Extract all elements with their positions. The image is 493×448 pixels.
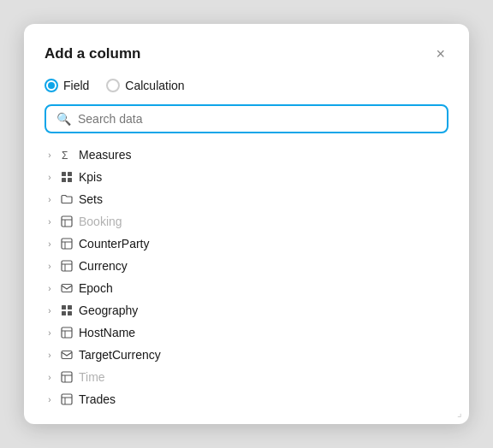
chevron-icon: › — [45, 239, 55, 249]
svg-rect-26 — [62, 394, 72, 404]
svg-rect-19 — [62, 327, 72, 338]
tree-item-kpis[interactable]: ›Kpis — [45, 166, 448, 188]
item-label-booking: Booking — [79, 215, 122, 228]
table-icon — [60, 215, 74, 228]
calculation-radio[interactable] — [106, 79, 120, 92]
item-label-time: Time — [79, 370, 105, 384]
chevron-icon: › — [45, 328, 55, 338]
chevron-icon: › — [45, 284, 55, 293]
tree-item-epoch[interactable]: ›Epoch — [45, 277, 448, 299]
chevron-icon: › — [45, 217, 55, 227]
sigma-icon: Σ — [60, 148, 74, 162]
chevron-icon: › — [45, 262, 55, 271]
chevron-icon: › — [45, 306, 55, 315]
dialog-title: Add a column — [45, 45, 140, 62]
svg-rect-22 — [62, 351, 72, 359]
item-label-currency: Currency — [79, 259, 128, 273]
search-icon: 🔍 — [56, 112, 71, 126]
calculation-label: Calculation — [125, 79, 184, 92]
svg-rect-5 — [62, 216, 72, 227]
tree-item-geography[interactable]: ›Geography — [45, 299, 448, 321]
chevron-icon: › — [45, 173, 55, 182]
svg-rect-14 — [62, 285, 72, 292]
chevron-icon: › — [45, 373, 55, 382]
item-label-epoch: Epoch — [79, 281, 113, 295]
svg-text:Σ: Σ — [62, 150, 68, 161]
svg-rect-11 — [62, 261, 72, 271]
field-radio-label[interactable]: Field — [45, 79, 89, 92]
tree-item-measures[interactable]: ›ΣMeasures — [45, 144, 448, 166]
chevron-icon: › — [45, 150, 55, 160]
grid-icon — [60, 304, 74, 317]
tree-item-sets[interactable]: ›Sets — [45, 188, 448, 210]
radio-group: Field Calculation — [45, 79, 448, 92]
dialog-header: Add a column × — [45, 44, 448, 63]
svg-rect-18 — [68, 311, 72, 315]
svg-rect-2 — [68, 172, 72, 176]
chevron-icon: › — [45, 395, 55, 404]
item-label-sets: Sets — [79, 192, 103, 206]
close-button[interactable]: × — [432, 44, 448, 63]
svg-rect-4 — [68, 178, 72, 182]
svg-rect-8 — [62, 239, 72, 249]
table-icon — [60, 392, 74, 406]
grid-icon — [60, 170, 74, 184]
item-label-measures: Measures — [79, 148, 131, 162]
svg-rect-1 — [62, 172, 66, 176]
envelope-icon — [60, 281, 74, 295]
table-icon — [60, 259, 74, 273]
item-label-kpis: Kpis — [79, 170, 102, 184]
item-label-trades: Trades — [79, 392, 116, 406]
svg-rect-16 — [68, 305, 72, 309]
add-column-dialog: Add a column × Field Calculation 🔍 ›ΣMea… — [24, 24, 469, 424]
svg-rect-23 — [62, 372, 72, 382]
tree-item-time[interactable]: ›Time — [45, 366, 448, 388]
search-box: 🔍 — [45, 104, 448, 133]
tree-item-counterparty[interactable]: ›CounterParty — [45, 233, 448, 255]
field-radio[interactable] — [45, 79, 58, 92]
chevron-icon: › — [45, 351, 55, 360]
tree-item-trades[interactable]: ›Trades — [45, 388, 448, 410]
envelope-icon — [60, 348, 74, 362]
chevron-icon: › — [45, 195, 55, 204]
calculation-radio-label[interactable]: Calculation — [106, 79, 184, 92]
item-label-hostname: HostName — [79, 326, 135, 339]
search-input[interactable] — [78, 112, 437, 126]
item-label-geography: Geography — [79, 304, 138, 317]
resize-handle[interactable]: ⌟ — [457, 407, 462, 419]
field-label: Field — [63, 79, 89, 92]
folder-icon — [60, 192, 74, 206]
tree-item-targetcurrency[interactable]: ›TargetCurrency — [45, 344, 448, 366]
svg-rect-15 — [62, 305, 66, 309]
svg-rect-3 — [62, 178, 66, 182]
svg-rect-17 — [62, 311, 66, 315]
item-label-counterparty: CounterParty — [79, 237, 149, 251]
table-icon — [60, 370, 74, 384]
tree-list: ›ΣMeasures›Kpis›Sets›Booking›CounterPart… — [45, 144, 448, 410]
tree-item-hostname[interactable]: ›HostName — [45, 321, 448, 344]
table-icon — [60, 237, 74, 251]
tree-item-currency[interactable]: ›Currency — [45, 255, 448, 277]
tree-item-booking[interactable]: ›Booking — [45, 210, 448, 233]
item-label-targetcurrency: TargetCurrency — [79, 348, 161, 362]
table-icon — [60, 326, 74, 339]
